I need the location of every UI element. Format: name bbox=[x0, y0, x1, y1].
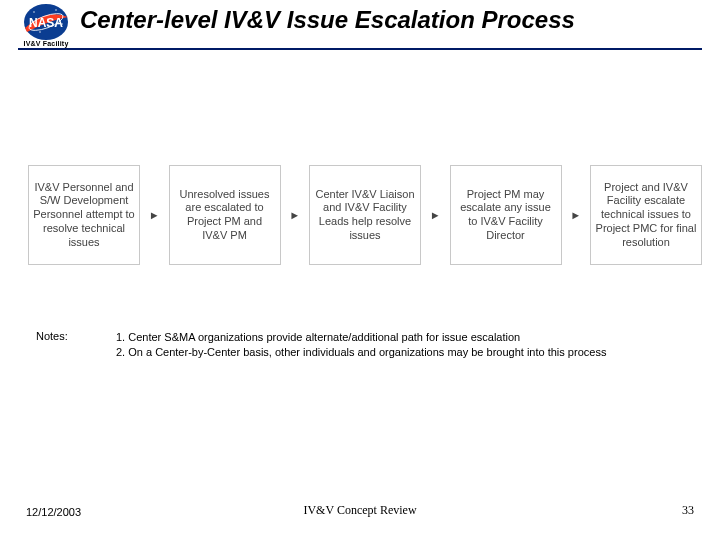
notes-label: Notes: bbox=[36, 330, 116, 342]
notes-body: 1. Center S&MA organizations provide alt… bbox=[116, 330, 696, 360]
flow-step: Project and IV&V Facility escalate techn… bbox=[590, 165, 702, 265]
slide: NASA IV&V Facility Center-level IV&V Iss… bbox=[0, 0, 720, 540]
svg-point-2 bbox=[33, 11, 34, 12]
flow-step: Unresolved issues are escalated to Proje… bbox=[169, 165, 281, 265]
arrow-icon: ► bbox=[288, 209, 302, 221]
flow-step: IV&V Personnel and S/W Development Perso… bbox=[28, 165, 140, 265]
title-underline bbox=[18, 48, 702, 50]
slide-title: Center-level IV&V Issue Escalation Proce… bbox=[80, 6, 575, 34]
note-line: 2. On a Center-by-Center basis, other in… bbox=[116, 345, 696, 360]
note-line: 1. Center S&MA organizations provide alt… bbox=[116, 330, 696, 345]
arrow-icon: ► bbox=[428, 209, 442, 221]
flow-step: Project PM may escalate any issue to IV&… bbox=[450, 165, 562, 265]
svg-point-5 bbox=[39, 31, 40, 32]
footer-page-number: 33 bbox=[682, 503, 694, 518]
logo-block: NASA IV&V Facility bbox=[22, 2, 70, 47]
arrow-icon: ► bbox=[569, 209, 583, 221]
flow-step: Center IV&V Liaison and IV&V Facility Le… bbox=[309, 165, 421, 265]
process-flow: IV&V Personnel and S/W Development Perso… bbox=[28, 165, 702, 265]
svg-point-3 bbox=[55, 9, 56, 10]
arrow-icon: ► bbox=[147, 209, 161, 221]
notes-section: Notes: 1. Center S&MA organizations prov… bbox=[36, 330, 696, 360]
svg-point-4 bbox=[61, 23, 62, 24]
nasa-logo-icon: NASA bbox=[22, 2, 70, 42]
footer-title: IV&V Concept Review bbox=[0, 503, 720, 518]
